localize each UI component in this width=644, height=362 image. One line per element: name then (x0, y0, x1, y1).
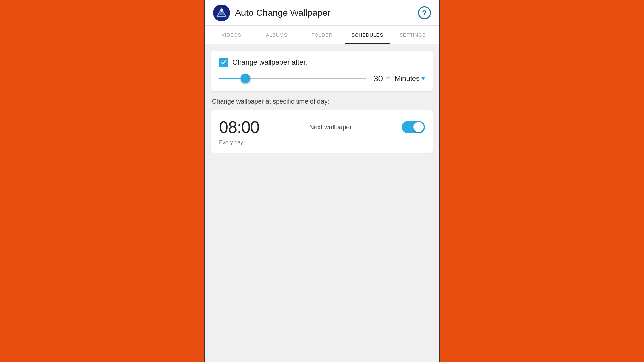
tab-schedules[interactable]: SCHEDULES (345, 26, 390, 44)
dropdown-arrow-icon: ▾ (421, 74, 425, 83)
schedule-toggle[interactable] (402, 121, 425, 133)
change-wallpaper-checkbox[interactable] (219, 58, 228, 67)
next-wallpaper-label: Next wallpaper (259, 124, 402, 131)
tab-videos[interactable]: VIDEOS (209, 26, 254, 44)
section-label: Change wallpaper at specific time of day… (211, 98, 433, 105)
slider-thumb[interactable] (241, 74, 250, 83)
help-button[interactable]: ? (418, 6, 431, 19)
unit-dropdown[interactable]: Minutes ▾ (395, 74, 425, 83)
slider-track (219, 78, 366, 79)
tab-settings[interactable]: SETTINGS (390, 26, 435, 44)
slider-row: 30 Minutes ▾ (219, 73, 425, 84)
app-header: Auto Change Wallpaper ? (205, 0, 439, 26)
checkbox-label: Change wallpaper after: (232, 58, 308, 67)
tab-folder[interactable]: FOLDER (299, 26, 345, 44)
interval-card: Change wallpaper after: 30 Minutes ▾ (211, 51, 433, 91)
svg-point-3 (220, 9, 223, 12)
time-display[interactable]: 08:00 (219, 117, 259, 137)
edit-icon[interactable] (386, 75, 392, 82)
schedule-top: 08:00 Next wallpaper (219, 117, 425, 137)
tab-bar: VIDEOS ALBUMS FOLDER SCHEDULES SETTINGS (205, 26, 439, 44)
tab-albums[interactable]: ALBUMS (254, 26, 299, 44)
toggle-knob (413, 122, 424, 132)
app-title: Auto Change Wallpaper (235, 8, 418, 18)
unit-text: Minutes (395, 74, 420, 83)
phone-frame: Auto Change Wallpaper ? VIDEOS ALBUMS FO… (204, 0, 440, 362)
every-day-label: Every day (219, 139, 243, 145)
slider-value-group: 30 Minutes ▾ (371, 74, 425, 84)
app-logo (213, 5, 230, 21)
slider-number: 30 (371, 74, 383, 84)
interval-slider[interactable] (219, 73, 366, 84)
main-content: Change wallpaper after: 30 Minutes ▾ (205, 44, 439, 362)
schedule-card: 08:00 Next wallpaper Every day (211, 110, 433, 153)
checkbox-row: Change wallpaper after: (219, 58, 425, 67)
